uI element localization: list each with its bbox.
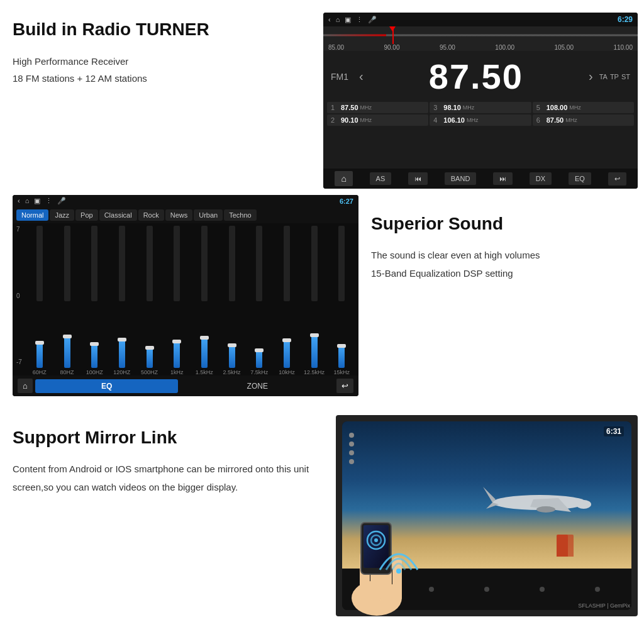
- eq-preset-urban[interactable]: Urban: [194, 209, 223, 221]
- eq-handle-7[interactable]: [200, 336, 209, 340]
- eq-slider-track-7[interactable]: [191, 226, 218, 368]
- eq-bar-bg-3: [91, 226, 97, 301]
- eq-bar-bg-6: [174, 226, 180, 301]
- mic-icon[interactable]: 🎤: [368, 16, 377, 24]
- eq-preset-pop[interactable]: Pop: [75, 209, 98, 221]
- tuner-frequency-labels: 85.00 90.00 95.00 100.00 105.00 110.00: [323, 44, 638, 51]
- radio-screen: ‹ ⌂ ▣ ⋮ 🎤 6:29 85.00 90.00 95.00 100.00 …: [323, 13, 638, 189]
- radio-next-button[interactable]: ⏭: [493, 172, 513, 185]
- svg-marker-1: [483, 487, 496, 502]
- eq-bar-bg-12: [338, 226, 345, 301]
- radio-control-bar: ⌂ AS ⏮ BAND ⏭ DX EQ ↩: [323, 169, 638, 189]
- radio-home-button[interactable]: ⌂: [335, 171, 352, 186]
- eq-handle-5[interactable]: [145, 346, 154, 350]
- sidebar-dot-3: [349, 450, 354, 455]
- eq-bar-bg-4: [119, 226, 125, 301]
- eq-band-label-10: 10kHz: [279, 369, 295, 375]
- eq-handle-6[interactable]: [172, 340, 181, 343]
- eq-slider-track-4[interactable]: [109, 226, 135, 368]
- eq-band-label-1: 60HZ: [33, 369, 47, 375]
- eq-preset-news[interactable]: News: [165, 209, 193, 221]
- radio-dx-button[interactable]: DX: [530, 172, 552, 185]
- eq-handle-11[interactable]: [310, 333, 319, 337]
- svg-point-17: [396, 569, 401, 574]
- eq-back-icon[interactable]: ‹: [18, 197, 20, 205]
- mirror-text-section: Support Mirror Link Content from Android…: [13, 415, 336, 496]
- eq-slider-track-2[interactable]: [54, 226, 80, 368]
- eq-band-7: 1.5kHz: [191, 226, 218, 375]
- radio-screen-container: ‹ ⌂ ▣ ⋮ 🎤 6:29 85.00 90.00 95.00 100.00 …: [323, 13, 638, 189]
- radio-back-button[interactable]: ↩: [608, 172, 626, 186]
- radio-presets-grid: 1 87.50 MHz 3 98.10 MHz 5 108.00 MHz 2 9…: [323, 102, 638, 126]
- eq-slider-track-8[interactable]: [219, 226, 245, 368]
- wifi-mirror-arcs: [374, 532, 424, 579]
- preset-3[interactable]: 3 98.10 MHz: [430, 102, 531, 113]
- eq-handle-1[interactable]: [35, 341, 44, 345]
- eq-bar-bg-8: [229, 226, 235, 301]
- eq-handle-4[interactable]: [118, 338, 126, 341]
- eq-mic-icon[interactable]: 🎤: [57, 197, 66, 205]
- eq-slider-track-11[interactable]: [301, 226, 328, 368]
- tuner-needle-head: [389, 26, 396, 31]
- mirror-time: 6:31: [604, 426, 624, 436]
- bottom-section: Support Mirror Link Content from Android…: [0, 409, 644, 629]
- eq-eq-button[interactable]: EQ: [35, 379, 179, 393]
- eq-band-10: 10kHz: [274, 226, 300, 375]
- eq-preset-jazz[interactable]: Jazz: [50, 209, 74, 221]
- eq-bar-bg-10: [284, 226, 290, 301]
- eq-bar-fill-11: [311, 335, 318, 368]
- eq-band-11: 12.5kHz: [301, 226, 328, 375]
- airplane-graphic: [477, 474, 602, 525]
- mirror-screen: 6:31: [336, 415, 638, 616]
- mirror-screen-container: 6:31: [336, 415, 638, 616]
- eq-preset-classical[interactable]: Classical: [99, 209, 137, 221]
- eq-preset-techno[interactable]: Techno: [224, 209, 256, 221]
- top-section: Build in Radio TURNER High Performance R…: [0, 0, 644, 195]
- eq-bar-fill-7: [201, 338, 208, 368]
- preset-5[interactable]: 5 108.00 MHz: [533, 102, 634, 113]
- eq-handle-10[interactable]: [282, 338, 291, 342]
- eq-handle-8[interactable]: [228, 343, 236, 347]
- eq-home-button[interactable]: ⌂: [18, 379, 33, 393]
- menu-icon[interactable]: ⋮: [356, 16, 363, 24]
- window-icon[interactable]: ▣: [345, 16, 351, 24]
- eq-band-label-12: 15kHz: [333, 369, 350, 375]
- radio-band-button[interactable]: BAND: [445, 172, 477, 185]
- eq-menu-icon[interactable]: ⋮: [45, 197, 52, 205]
- radio-eq-button[interactable]: EQ: [569, 172, 591, 185]
- eq-status-bar: ‹ ⌂ ▣ ⋮ 🎤 6:27: [13, 195, 358, 207]
- eq-slider-track-3[interactable]: [81, 226, 108, 368]
- eq-preset-rock[interactable]: Rock: [138, 209, 164, 221]
- eq-slider-track-1[interactable]: [26, 226, 53, 368]
- preset-1[interactable]: 1 87.50 MHz: [327, 102, 428, 113]
- home-icon[interactable]: ⌂: [336, 16, 340, 24]
- eq-slider-track-6[interactable]: [164, 226, 190, 368]
- freq-next-button[interactable]: ›: [589, 69, 593, 84]
- eq-handle-3[interactable]: [90, 342, 99, 346]
- radio-status-bar: ‹ ⌂ ▣ ⋮ 🎤 6:29: [323, 13, 638, 26]
- eq-handle-12[interactable]: [337, 344, 346, 348]
- eq-back-button[interactable]: ↩: [336, 379, 353, 393]
- radio-prev-button[interactable]: ⏮: [408, 172, 428, 185]
- eq-zone-button[interactable]: ZONE: [180, 379, 334, 393]
- eq-bar-fill-3: [91, 344, 97, 368]
- eq-slider-track-12[interactable]: [328, 226, 355, 368]
- preset-4[interactable]: 4 106.10 MHz: [430, 114, 531, 126]
- back-icon[interactable]: ‹: [328, 16, 331, 24]
- radio-as-button[interactable]: AS: [370, 172, 392, 185]
- eq-home-icon[interactable]: ⌂: [25, 197, 30, 205]
- eq-slider-track-10[interactable]: [274, 226, 300, 368]
- eq-presets-bar: Normal Jazz Pop Classical Rock News Urba…: [13, 207, 358, 223]
- eq-preset-normal[interactable]: Normal: [16, 209, 48, 221]
- svg-point-5: [536, 506, 555, 513]
- preset-2[interactable]: 2 90.10 MHz: [327, 114, 428, 126]
- eq-window-icon[interactable]: ▣: [34, 197, 40, 205]
- eq-screen-container: ‹ ⌂ ▣ ⋮ 🎤 6:27 Normal Jazz Pop Classical…: [13, 195, 358, 396]
- eq-band-label-5: 500HZ: [141, 369, 158, 375]
- eq-slider-track-5[interactable]: [136, 226, 163, 368]
- eq-handle-2[interactable]: [63, 335, 72, 338]
- preset-6[interactable]: 6 87.50 MHz: [533, 114, 634, 126]
- eq-slider-track-9[interactable]: [246, 226, 272, 368]
- freq-prev-button[interactable]: ‹: [359, 69, 364, 84]
- eq-handle-9[interactable]: [255, 348, 264, 352]
